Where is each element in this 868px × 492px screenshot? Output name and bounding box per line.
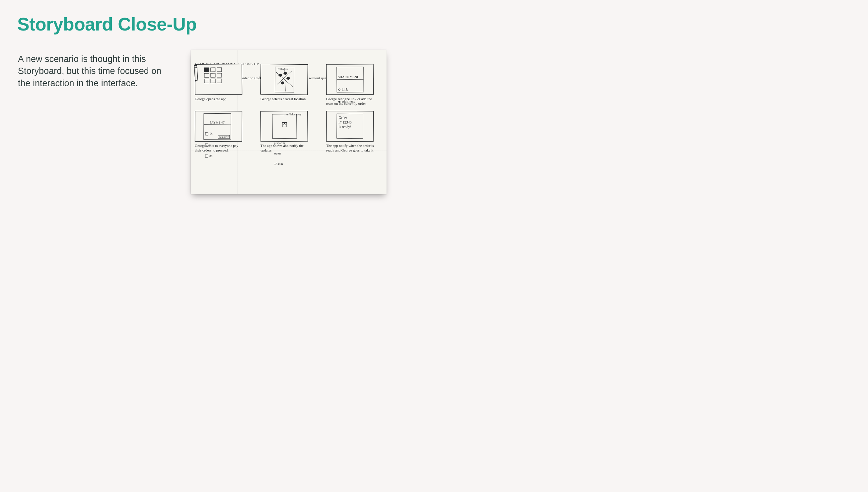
payment-complete-button: complete bbox=[218, 135, 230, 139]
payment-row-label: 8$ bbox=[209, 154, 212, 158]
payment-row: $ bbox=[204, 143, 231, 147]
panel-2-frame: coffeebar bbox=[260, 64, 308, 95]
storyboard-photo: DESIGN STORYBOARD → CLOSE-UP nario: An a… bbox=[191, 50, 386, 194]
payment-row-label: $ bbox=[209, 143, 211, 147]
body-text: A new scenario is thought in this Storyb… bbox=[18, 53, 174, 89]
payment-box: PAYMENT 5$ $ 8$ complet bbox=[204, 114, 231, 140]
map-streets-icon bbox=[275, 67, 294, 92]
arrow-icon: — bbox=[280, 114, 284, 118]
panel-6-caption: The app notify when the order is ready a… bbox=[326, 144, 376, 153]
share-menu-item-label: Link bbox=[342, 88, 348, 92]
storyboard-grid: George opens the app. coffeebar bbox=[195, 64, 382, 152]
ready-box: Order nº 12345 is ready! bbox=[336, 114, 363, 139]
payment-row: 8$ bbox=[204, 154, 231, 158]
page-title: Storyboard Close-Up bbox=[17, 14, 197, 35]
storyboard-panel-4: PAYMENT 5$ $ 8$ complet bbox=[195, 111, 251, 153]
status-line: ±5 min bbox=[274, 162, 295, 166]
checkbox-icon bbox=[205, 154, 208, 157]
share-menu-box: SHARE MENU Link add friend bbox=[336, 67, 363, 92]
map-box: coffeebar bbox=[275, 67, 294, 93]
status-line: preparing bbox=[274, 141, 295, 145]
payment-row-label: 5$ bbox=[209, 132, 212, 136]
storyboard-panel-3: SHARE MENU Link add friend George send t… bbox=[326, 64, 382, 106]
panel-2-caption: George selects nearest location bbox=[260, 97, 310, 101]
share-menu-item-label: add friend bbox=[342, 99, 355, 103]
panel-6-frame: Order nº 12345 is ready! bbox=[326, 111, 374, 142]
payment-title: PAYMENT bbox=[204, 121, 231, 125]
storyboard-panel-2: coffeebar George selects nearest locatio… bbox=[260, 64, 316, 106]
cup-icon bbox=[282, 122, 287, 127]
checkbox-icon bbox=[205, 144, 208, 147]
slide: Storyboard Close-Up A new scenario is th… bbox=[0, 0, 434, 246]
status-line: status bbox=[274, 151, 295, 155]
radio-icon bbox=[338, 89, 341, 91]
share-menu-item-addfriend: add friend bbox=[337, 99, 363, 104]
storyboard-panel-5: preparing status ±5 min — or Take away T… bbox=[260, 111, 316, 153]
status-box: preparing status ±5 min bbox=[272, 114, 297, 139]
panel-1-frame bbox=[195, 64, 242, 95]
storyboard-panel-1: George opens the app. bbox=[195, 64, 251, 106]
share-menu-title: SHARE MENU bbox=[337, 75, 363, 79]
status-aside: or Take away bbox=[286, 113, 302, 116]
panel-3-frame: SHARE MENU Link add friend bbox=[326, 64, 374, 95]
panel-4-frame: PAYMENT 5$ $ 8$ complet bbox=[195, 111, 242, 142]
panel-5-frame: preparing status ±5 min — or Take away bbox=[260, 111, 308, 142]
share-menu-item-link: Link bbox=[337, 87, 363, 92]
checkbox-icon bbox=[205, 132, 208, 135]
pen-icon bbox=[191, 63, 205, 82]
radio-icon bbox=[338, 100, 341, 102]
panel-1-caption: George opens the app. bbox=[195, 97, 244, 101]
storyboard-panel-6: Order nº 12345 is ready! The app notify … bbox=[326, 111, 382, 153]
